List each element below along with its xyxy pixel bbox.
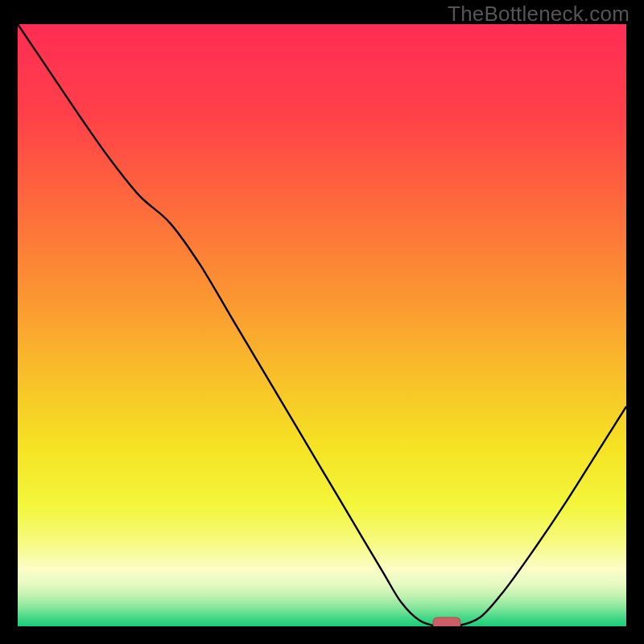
watermark-text: TheBottleneck.com (448, 2, 630, 27)
gradient-background (18, 24, 626, 626)
chart-frame: TheBottleneck.com (0, 0, 644, 644)
optimum-marker (433, 617, 460, 626)
bottleneck-plot (18, 24, 626, 626)
plot-area (18, 24, 626, 626)
